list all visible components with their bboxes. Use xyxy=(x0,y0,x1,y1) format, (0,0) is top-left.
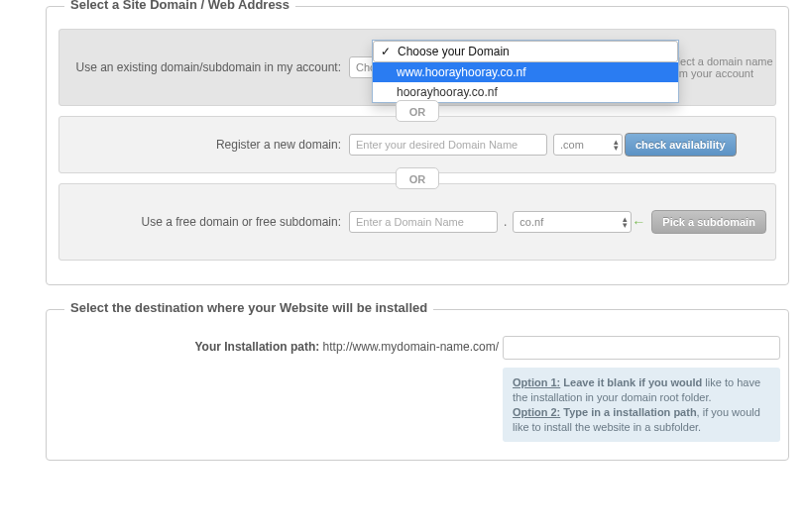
section-legend: Select the destination where your Websit… xyxy=(64,300,433,315)
dot-separator: . xyxy=(504,215,507,229)
domain-option[interactable]: hoorayhooray.co.nf xyxy=(373,82,678,102)
check-availability-button[interactable]: check availability xyxy=(625,133,737,157)
domain-option[interactable]: Choose your Domain xyxy=(373,41,678,62)
existing-domain-panel: Use an existing domain/subdomain in my a… xyxy=(58,29,776,106)
install-path-note: Option 1: Leave it blank if you would li… xyxy=(503,368,780,442)
site-domain-section: Select a Site Domain / Web Address Use a… xyxy=(46,6,789,285)
register-domain-input[interactable] xyxy=(349,134,547,156)
or-divider: OR xyxy=(396,100,439,122)
register-domain-panel: Register a new domain: ▴▾ check availabi… xyxy=(58,116,776,173)
existing-domain-label: Use an existing domain/subdomain in my a… xyxy=(71,60,349,74)
section-legend: Select a Site Domain / Web Address xyxy=(64,0,295,12)
free-domain-panel: Use a free domain or free subdomain: . ▴… xyxy=(58,183,776,261)
install-path-input[interactable] xyxy=(503,336,780,360)
install-path-label: Your Installation path: http://www.mydom… xyxy=(66,336,503,354)
free-tld-select[interactable] xyxy=(513,211,632,233)
arrow-left-icon: ← xyxy=(632,214,645,230)
existing-domain-dropdown[interactable]: Choose your Domain www.hoorayhooray.co.n… xyxy=(372,40,679,103)
free-domain-label: Use a free domain or free subdomain: xyxy=(71,215,349,229)
destination-section: Select the destination where your Websit… xyxy=(46,309,789,461)
register-tld-select[interactable] xyxy=(553,134,623,156)
or-divider: OR xyxy=(396,167,439,189)
free-domain-input[interactable] xyxy=(349,211,498,233)
domain-option[interactable]: www.hoorayhooray.co.nf xyxy=(373,62,678,82)
register-domain-label: Register a new domain: xyxy=(71,138,349,152)
pick-subdomain-button[interactable]: Pick a subdomain xyxy=(651,210,766,234)
existing-domain-hint: select a domain name from your account xyxy=(666,55,785,79)
